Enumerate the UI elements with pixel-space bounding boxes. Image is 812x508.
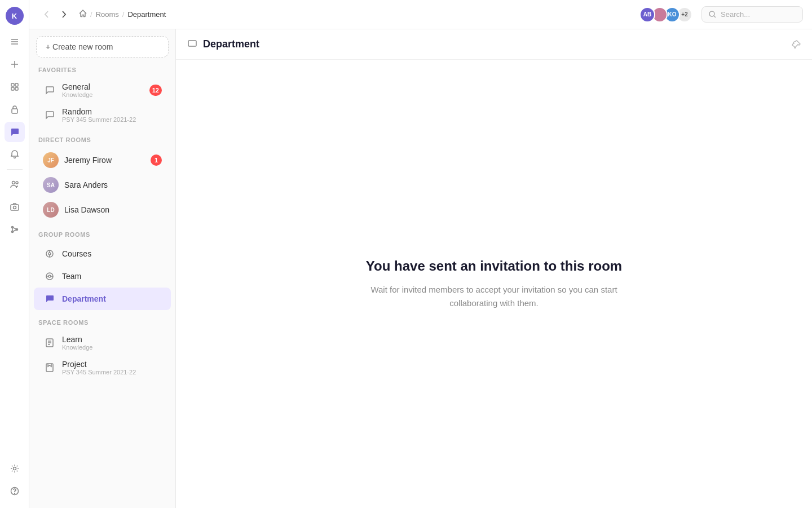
room-item-general[interactable]: General Knowledge 12 <box>34 78 171 103</box>
svg-point-18 <box>13 467 16 470</box>
sara-name: Sara Anders <box>64 180 162 189</box>
rail-camera-icon[interactable] <box>5 197 25 217</box>
invitation-title: You have sent an invitation to this room <box>366 258 622 274</box>
general-badge: 12 <box>149 85 162 96</box>
team-icon <box>43 270 56 283</box>
team-name: Team <box>62 272 162 281</box>
general-subtitle: Knowledge <box>62 91 149 98</box>
room-item-lisa[interactable]: LD Lisa Dawson <box>34 197 171 222</box>
svg-rect-6 <box>15 83 18 86</box>
breadcrumb-sep2: / <box>122 10 125 19</box>
general-info: General Knowledge <box>62 82 149 98</box>
jeremy-name: Jeremy Firow <box>64 156 151 165</box>
search-bar[interactable]: Search... <box>701 6 803 23</box>
general-icon <box>43 83 56 97</box>
svg-rect-5 <box>11 83 14 86</box>
create-room-button[interactable]: + Create new room <box>36 36 169 58</box>
department-icon <box>43 292 56 306</box>
icon-rail: K <box>0 0 29 508</box>
department-info: Department <box>62 294 162 303</box>
svg-rect-12 <box>11 205 19 210</box>
learn-info: Learn Knowledge <box>62 335 162 351</box>
rail-settings-icon[interactable] <box>5 458 25 479</box>
rail-people-icon[interactable] <box>5 174 25 195</box>
jeremy-info: Jeremy Firow <box>64 156 151 165</box>
svg-line-22 <box>714 16 716 17</box>
breadcrumb-current: Department <box>127 10 166 19</box>
rail-grid-icon[interactable] <box>5 77 25 97</box>
random-name: Random <box>62 107 162 116</box>
main-content: Department You have sent an invitation t… <box>176 29 812 508</box>
svg-rect-8 <box>15 87 18 90</box>
svg-rect-7 <box>11 87 14 90</box>
svg-point-10 <box>12 182 15 184</box>
rail-chat-icon[interactable] <box>5 122 25 142</box>
room-item-sara[interactable]: SA Sara Anders <box>34 173 171 197</box>
random-icon <box>43 108 56 122</box>
forward-button[interactable] <box>56 7 72 23</box>
room-item-random[interactable]: Random PSY 345 Summer 2021-22 <box>34 103 171 127</box>
random-info: Random PSY 345 Summer 2021-22 <box>62 107 162 123</box>
rail-branch-icon[interactable] <box>5 219 25 240</box>
general-name: General <box>62 82 149 91</box>
jeremy-avatar: JF <box>43 152 59 168</box>
sara-avatar: SA <box>43 177 59 193</box>
invitation-subtitle: Wait for invited members to accept your … <box>370 283 618 310</box>
courses-info: Courses <box>62 249 162 258</box>
courses-name: Courses <box>62 249 162 258</box>
breadcrumb: / Rooms / Department <box>79 10 166 19</box>
breadcrumb-rooms[interactable]: Rooms <box>96 10 119 19</box>
nav-avatars: AB KO +2 <box>643 7 692 23</box>
back-button[interactable] <box>38 7 54 23</box>
team-info: Team <box>62 272 162 281</box>
user-avatar[interactable]: K <box>6 7 24 25</box>
room-item-department[interactable]: Department <box>34 288 171 310</box>
project-icon <box>43 361 56 374</box>
top-nav: / Rooms / Department AB KO +2 Search... <box>29 0 812 29</box>
random-subtitle: PSY 345 Summer 2021-22 <box>62 116 162 123</box>
room-item-learn[interactable]: Learn Knowledge <box>34 330 171 355</box>
room-item-courses[interactable]: Courses <box>34 242 171 265</box>
room-item-team[interactable]: Team <box>34 265 171 288</box>
rail-divider <box>7 169 23 170</box>
rail-lock-icon[interactable] <box>5 99 25 120</box>
lisa-avatar: LD <box>43 202 59 218</box>
breadcrumb-sep1: / <box>90 10 92 19</box>
rail-help-icon[interactable] <box>5 481 25 501</box>
sara-info: Sara Anders <box>64 180 162 189</box>
space-rooms-section-label: SPACE ROOMS <box>29 319 175 330</box>
lisa-info: Lisa Dawson <box>64 205 162 214</box>
sidebar: + Create new room FAVORITES General Know… <box>29 29 176 508</box>
project-name: Project <box>62 360 162 369</box>
department-name: Department <box>62 294 162 303</box>
svg-point-28 <box>48 275 51 277</box>
favorites-section-label: FAVORITES <box>29 67 175 78</box>
project-info: Project PSY 345 Summer 2021-22 <box>62 360 162 376</box>
search-icon <box>709 11 716 18</box>
svg-point-24 <box>48 253 51 255</box>
lisa-name: Lisa Dawson <box>64 205 162 214</box>
svg-point-11 <box>16 182 18 184</box>
rail-bell-icon[interactable] <box>5 144 25 165</box>
learn-icon <box>43 336 56 350</box>
svg-rect-36 <box>188 41 196 46</box>
direct-rooms-section-label: DIRECT ROOMS <box>29 136 175 148</box>
rail-add-icon[interactable] <box>5 54 25 74</box>
rail-menu-icon[interactable] <box>5 32 25 52</box>
search-placeholder: Search... <box>721 10 750 19</box>
room-header-title: Department <box>203 38 259 50</box>
room-header-icon <box>187 39 197 50</box>
room-item-jeremy[interactable]: JF Jeremy Firow 1 <box>34 148 171 173</box>
courses-icon <box>43 247 56 260</box>
svg-rect-9 <box>12 109 17 113</box>
breadcrumb-home-icon[interactable] <box>79 10 87 19</box>
project-subtitle: PSY 345 Summer 2021-22 <box>62 369 162 376</box>
learn-subtitle: Knowledge <box>62 344 162 351</box>
room-header: Department <box>176 29 812 60</box>
jeremy-badge: 1 <box>151 154 162 166</box>
pin-icon[interactable] <box>792 40 801 49</box>
room-item-project[interactable]: Project PSY 345 Summer 2021-22 <box>34 355 171 380</box>
invitation-area: You have sent an invitation to this room… <box>176 60 812 508</box>
svg-point-21 <box>709 11 714 16</box>
nav-avatar-ab[interactable]: AB <box>639 7 655 23</box>
